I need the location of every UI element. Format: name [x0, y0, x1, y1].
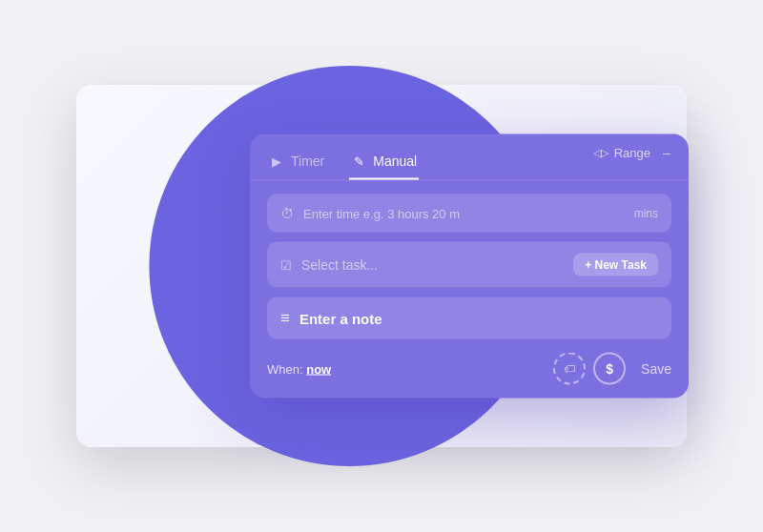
range-label: Range — [614, 146, 650, 160]
range-section[interactable]: ◁▷ Range — [593, 146, 650, 160]
bottom-actions: 🏷 $ Save — [553, 353, 671, 385]
dollar-button[interactable]: $ — [593, 353, 626, 385]
note-lines-icon: ≡ — [280, 309, 290, 328]
clock-icon: ⏱ — [280, 206, 294, 221]
bottom-row: When: now 🏷 $ Save — [250, 353, 689, 399]
tab-timer[interactable]: ▶ Timer — [267, 148, 326, 180]
minimize-button[interactable] — [658, 144, 675, 161]
note-placeholder: Enter a note — [299, 310, 382, 326]
when-value[interactable]: now — [306, 361, 331, 376]
note-input-row[interactable]: ≡ Enter a note — [267, 297, 671, 339]
dollar-icon: $ — [606, 361, 613, 377]
modal-panel: ▶ Timer ✎ Manual ◁▷ Range ⏱ Enter time e… — [250, 134, 689, 399]
task-input-row[interactable]: ☑ Select task... + New Task — [267, 242, 671, 288]
tab-bar: ▶ Timer ✎ Manual ◁▷ Range — [250, 134, 689, 180]
tag-icon: 🏷 — [564, 362, 575, 376]
when-section: When: now — [267, 361, 331, 376]
range-icon: ◁▷ — [593, 147, 608, 159]
edit-icon: ✎ — [351, 153, 366, 169]
form-area: ⏱ Enter time e.g. 3 hours 20 m mins ☑ Se… — [250, 181, 689, 353]
mins-label: mins — [634, 207, 658, 220]
when-label: When: — [267, 361, 303, 376]
task-placeholder: Select task... — [301, 257, 378, 273]
time-placeholder: Enter time e.g. 3 hours 20 m — [303, 206, 460, 220]
new-task-button[interactable]: + New Task — [573, 254, 658, 276]
task-check-icon: ☑ — [280, 257, 292, 272]
save-button[interactable]: Save — [641, 361, 671, 377]
timer-icon: ▶ — [269, 153, 284, 169]
tab-timer-label: Timer — [291, 153, 324, 169]
tag-button[interactable]: 🏷 — [553, 353, 586, 385]
tab-manual[interactable]: ✎ Manual — [349, 148, 419, 180]
screen-wrapper: ▶ Timer ✎ Manual ◁▷ Range ⏱ Enter time e… — [48, 66, 715, 466]
tab-manual-label: Manual — [373, 153, 417, 169]
time-input-row[interactable]: ⏱ Enter time e.g. 3 hours 20 m mins — [267, 194, 671, 233]
